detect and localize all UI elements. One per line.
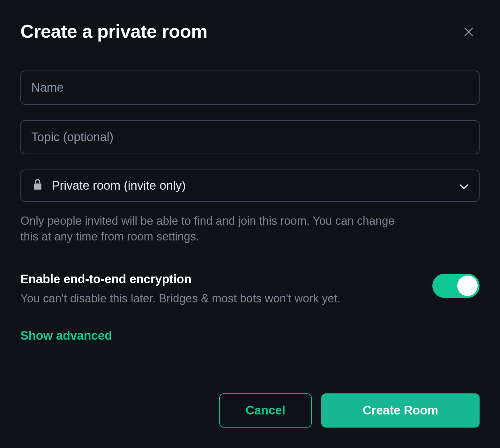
lock-icon	[33, 178, 43, 193]
encryption-toggle[interactable]	[432, 274, 480, 298]
visibility-selected-label: Private room (invite only)	[52, 179, 459, 193]
dialog-header: Create a private room	[20, 20, 480, 42]
create-room-button[interactable]: Create Room	[321, 393, 480, 428]
encryption-title: Enable end-to-end encryption	[20, 272, 420, 286]
chevron-down-icon	[459, 179, 469, 193]
dialog-footer: Cancel Create Room	[219, 393, 480, 428]
close-icon	[463, 26, 474, 38]
encryption-subtitle: You can't disable this later. Bridges & …	[20, 292, 420, 305]
room-name-input[interactable]	[20, 71, 480, 105]
encryption-text: Enable end-to-end encryption You can't d…	[20, 272, 420, 305]
encryption-toggle-row: Enable end-to-end encryption You can't d…	[20, 272, 480, 305]
name-field-group	[20, 71, 480, 105]
create-room-dialog: Create a private room Private room (invi…	[0, 0, 500, 448]
visibility-helper-text: Only people invited will be able to find…	[20, 213, 406, 244]
show-advanced-button[interactable]: Show advanced	[20, 329, 112, 343]
room-visibility-select[interactable]: Private room (invite only)	[20, 170, 480, 202]
cancel-button[interactable]: Cancel	[219, 393, 312, 428]
close-button[interactable]	[460, 24, 477, 41]
visibility-field-group: Private room (invite only) Only people i…	[20, 170, 480, 244]
toggle-knob	[457, 276, 478, 296]
dialog-title: Create a private room	[20, 20, 207, 42]
topic-field-group	[20, 120, 480, 154]
room-topic-input[interactable]	[20, 120, 480, 154]
svg-rect-0	[34, 183, 41, 189]
